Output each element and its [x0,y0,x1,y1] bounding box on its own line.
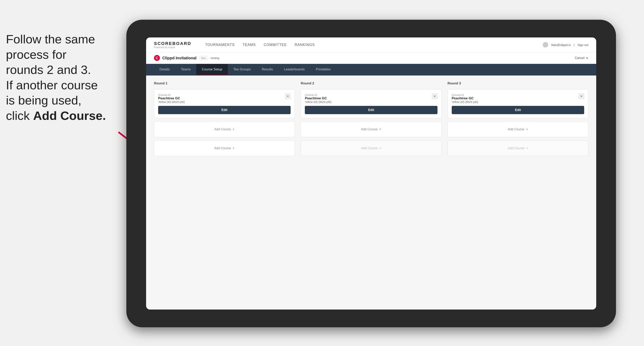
round-3-column: Round 3 (Course A) Peachtree GC Yellow (… [448,81,588,156]
round-2-course-tag: (Course A) [305,93,332,96]
round-1-course-tag: (Course A) [158,93,185,96]
round-1-card-actions: ✕ [285,93,290,99]
tab-printables[interactable]: Printables [310,64,336,75]
round-3-edit-button[interactable]: Edit [452,106,584,114]
tab-results[interactable]: Results [256,64,278,75]
clippd-logo: C [154,55,160,61]
sub-header-left: C Clippd Invitational Men Hosting [154,55,219,61]
hosting-status: Hosting [211,57,219,60]
instruction-bold: Add Course. [33,109,106,122]
round-1-edit-button[interactable]: Edit [158,106,290,114]
logo-area: SCOREBOARD Powered by clippd [154,41,191,48]
tab-leaderboards[interactable]: Leaderboards [278,64,310,75]
nav-right: blair@clippd.io | Sign out [543,42,588,47]
nav-tournaments[interactable]: TOURNAMENTS [205,42,235,48]
nav-links: TOURNAMENTS TEAMS COMMITTEE RANKINGS [205,42,533,48]
round-1-add-plus-1: + [232,127,235,132]
round-2-add-plus-2: + [379,146,382,151]
round-1-course-card: (Course A) Peachtree GC Yellow (M) (6629… [154,89,295,118]
tab-tee-groups[interactable]: Tee Groups [228,64,256,75]
tablet-screen: SCOREBOARD Powered by clippd TOURNAMENTS… [146,37,596,310]
round-2-add-course-label-1: Add Course [361,128,378,131]
round-2-add-course-label-2: Add Course [361,147,378,150]
round-1-label: Round 1 [154,81,295,85]
round-3-label: Round 3 [448,81,588,85]
scoreboard-logo: SCOREBOARD [154,41,191,46]
rounds-grid: Round 1 (Course A) Peachtree GC Yellow (… [154,81,588,156]
round-3-card-actions: ✕ [579,93,584,99]
cancel-button[interactable]: Cancel ✕ [575,56,588,60]
round-2-course-name: Peachtree GC [305,96,332,100]
round-3-course-info: (Course A) Peachtree GC Yellow (M) (6629… [452,93,478,104]
round-3-add-plus-2: + [526,146,528,151]
round-3-add-course-label-1: Add Course [508,128,524,131]
logo-subtitle: Powered by clippd [154,46,191,48]
round-3-course-detail: Yellow (M) (6629 yds) [452,100,478,104]
tabs-bar: Details Teams Course Setup Tee Groups Re… [146,64,596,75]
tab-teams[interactable]: Teams [175,64,196,75]
top-navigation: SCOREBOARD Powered by clippd TOURNAMENTS… [146,37,596,52]
round-3-course-card: (Course A) Peachtree GC Yellow (M) (6629… [448,89,588,118]
round-2-course-detail: Yellow (M) (6629 yds) [305,100,332,104]
tablet-device: SCOREBOARD Powered by clippd TOURNAMENTS… [126,20,616,327]
round-2-delete-icon[interactable]: ✕ [432,93,438,99]
main-content: Round 1 (Course A) Peachtree GC Yellow (… [146,75,596,310]
round-1-add-course-label-2: Add Course [214,147,231,150]
round-3-add-plus-1: + [526,127,528,132]
user-avatar [543,42,548,47]
instruction-text: Follow the sameprocess forrounds 2 and 3… [6,32,106,122]
round-1-add-plus-2: + [232,146,235,151]
nav-teams[interactable]: TEAMS [243,42,256,48]
round-1-delete-icon[interactable]: ✕ [285,93,290,99]
round-2-add-plus-1: + [379,127,382,132]
sign-out-link[interactable]: Sign out [578,43,588,46]
tab-course-setup[interactable]: Course Setup [196,64,228,75]
sub-header: C Clippd Invitational Men Hosting Cancel… [146,52,596,64]
round-1-card-header: (Course A) Peachtree GC Yellow (M) (6629… [158,93,290,104]
round-1-course-detail: Yellow (M) (6629 yds) [158,100,185,104]
round-2-card-actions: ✕ [432,93,438,99]
round-3-course-name: Peachtree GC [452,96,478,100]
round-2-edit-button[interactable]: Edit [305,106,437,114]
round-1-add-course-1[interactable]: Add Course + [154,121,295,137]
nav-committee[interactable]: COMMITTEE [264,42,287,48]
round-3-course-tag: (Course A) [452,93,478,96]
round-2-course-card: (Course A) Peachtree GC Yellow (M) (6629… [301,89,442,118]
round-2-card-header: (Course A) Peachtree GC Yellow (M) (6629… [305,93,437,104]
nav-separator: | [574,43,574,46]
cancel-x-icon: ✕ [586,56,588,60]
round-2-course-info: (Course A) Peachtree GC Yellow (M) (6629… [305,93,332,104]
nav-rankings[interactable]: RANKINGS [295,42,315,48]
tab-details[interactable]: Details [154,64,175,75]
round-1-column: Round 1 (Course A) Peachtree GC Yellow (… [154,81,295,156]
round-1-add-course-2[interactable]: Add Course + [154,140,295,156]
tournament-type-badge: Men [199,56,208,60]
round-1-course-name: Peachtree GC [158,96,185,100]
round-1-add-course-label-1: Add Course [214,128,231,131]
tournament-name: Clippd Invitational [162,56,196,60]
round-2-add-course-2: Add Course + [301,140,442,156]
round-3-delete-icon[interactable]: ✕ [579,93,584,99]
round-2-label: Round 2 [301,81,442,85]
round-3-add-course-label-2: Add Course [508,147,524,150]
user-email: blair@clippd.io [551,43,571,46]
instruction-panel: Follow the sameprocess forrounds 2 and 3… [0,31,122,123]
round-3-add-course-1[interactable]: Add Course + [448,121,588,137]
round-2-add-course-1[interactable]: Add Course + [301,121,442,137]
round-3-add-course-2: Add Course + [448,140,588,156]
round-3-card-header: (Course A) Peachtree GC Yellow (M) (6629… [452,93,584,104]
round-2-column: Round 2 (Course A) Peachtree GC Yellow (… [301,81,442,156]
round-1-course-info: (Course A) Peachtree GC Yellow (M) (6629… [158,93,185,104]
